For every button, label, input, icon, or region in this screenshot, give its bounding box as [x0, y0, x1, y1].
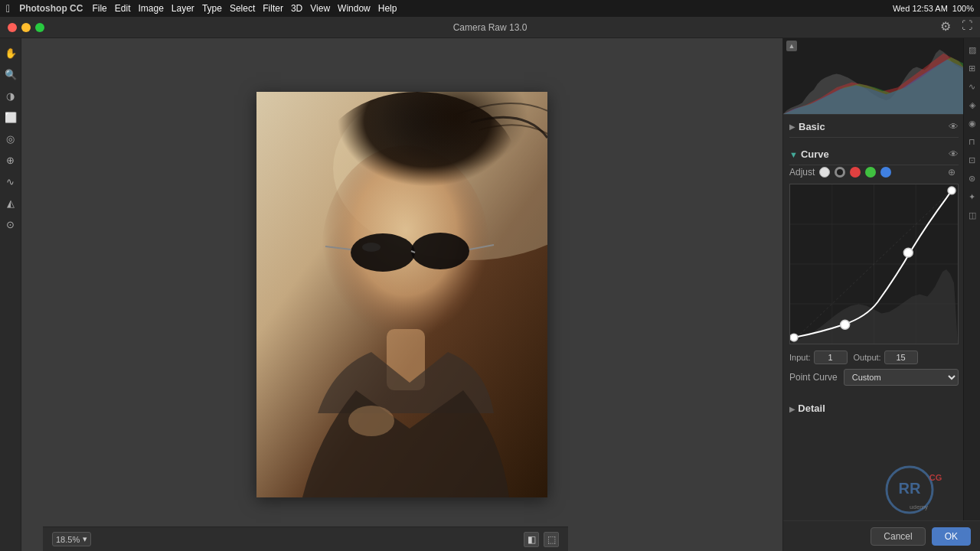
output-label: Output: [854, 353, 881, 362]
canvas-area: 18.5% ▾ ◧ ⬚ [21, 38, 782, 551]
point-curve-row: Point Curve Linear Medium Contrast Stron… [789, 369, 959, 386]
rt-detail[interactable]: ◈ [965, 98, 979, 112]
basic-section-left: ▶ Basic [789, 121, 825, 132]
curve-section-left: ▼ Curve [789, 148, 829, 160]
adjust-label: Adjust [789, 167, 815, 178]
red-channel-dot[interactable] [850, 167, 861, 178]
single-view-btn[interactable]: ◧ [524, 532, 539, 547]
basic-section-header[interactable]: ▶ Basic 👁 [789, 115, 959, 138]
zoom-tool[interactable]: 🔍 [2, 66, 19, 83]
svg-line-9 [325, 246, 351, 249]
menu-layer[interactable]: Layer [172, 3, 194, 14]
redeye-tool[interactable]: ⊕ [2, 152, 19, 168]
photo-background [256, 92, 547, 497]
detail-section-header[interactable]: ▶ Detail [789, 396, 959, 419]
rt-lens[interactable]: ⊡ [965, 153, 979, 167]
curve-graph[interactable] [789, 184, 959, 344]
svg-line-7 [411, 251, 415, 253]
menu-help[interactable]: Help [378, 3, 397, 14]
settings-icon[interactable]: ⚙ [940, 19, 951, 34]
svg-point-24 [903, 248, 913, 257]
rt-transform[interactable]: ⊛ [965, 171, 979, 185]
zoom-level: 18.5% [56, 535, 80, 544]
curve-section: ▼ Curve 👁 Adjust ⊕ [789, 138, 959, 396]
green-channel-dot[interactable] [865, 167, 876, 178]
menu-file[interactable]: File [92, 3, 106, 14]
rt-hsl[interactable]: ◉ [965, 116, 979, 130]
window-close[interactable] [8, 23, 17, 32]
left-toolbar: ✋ 🔍 ◑ ⬜ ◎ ⊕ ∿ ◭ ⊙ [0, 38, 21, 551]
white-balance-tool-dot[interactable] [819, 167, 830, 178]
svg-line-8 [469, 245, 494, 249]
rt-basic[interactable]: ⊞ [965, 61, 979, 75]
window-maximize[interactable] [35, 23, 44, 32]
menu-select[interactable]: Select [230, 3, 255, 14]
point-curve-select[interactable]: Linear Medium Contrast Strong Contrast C… [844, 369, 959, 386]
radial-filter[interactable]: ⊙ [2, 216, 19, 233]
adjust-row: Adjust ⊕ [789, 165, 959, 179]
menu-type[interactable]: Type [202, 3, 222, 14]
menu-image[interactable]: Image [138, 3, 163, 14]
input-group: Input: [789, 350, 848, 364]
menubar-right: Wed 12:53 AM 100% [893, 4, 974, 13]
menu-filter[interactable]: Filter [263, 3, 283, 14]
rt-calibrate[interactable]: ◫ [965, 208, 979, 222]
zoom-chevron: ▾ [83, 534, 87, 544]
fullscreen-icon[interactable]: ⛶ [962, 19, 972, 31]
detail-section-title: Detail [798, 403, 825, 414]
histogram-shadow-warning: ▲ [786, 41, 797, 51]
basic-eye-icon[interactable]: 👁 [949, 121, 959, 132]
ok-button[interactable]: OK [932, 527, 971, 546]
window-controls [8, 23, 44, 32]
input-value-field[interactable] [814, 350, 848, 364]
histogram-chart [783, 38, 980, 114]
title-bar: Camera Raw 13.0 ⚙ ⛶ [0, 17, 980, 38]
adjustment-brush[interactable]: ∿ [2, 173, 19, 190]
channel-auto-dot[interactable] [835, 167, 845, 178]
detail-section-left: ▶ Detail [789, 403, 825, 414]
menu-view[interactable]: View [310, 3, 330, 14]
zoom-selector[interactable]: 18.5% ▾ [52, 532, 91, 546]
white-balance-tool[interactable]: ◑ [2, 87, 19, 104]
right-panel: ▲ ▶ Basic 👁 ▼ Curve 👁 [782, 38, 980, 551]
app-body: ✋ 🔍 ◑ ⬜ ◎ ⊕ ∿ ◭ ⊙ [0, 38, 980, 551]
curve-eye-icon[interactable]: 👁 [949, 148, 959, 160]
split-view-btn[interactable]: ⬚ [544, 532, 559, 547]
gradient-filter[interactable]: ◭ [2, 194, 19, 211]
spot-removal-tool[interactable]: ◎ [2, 130, 19, 147]
targeted-adjustment-tool[interactable]: ⊕ [945, 165, 959, 179]
input-label: Input: [789, 353, 811, 362]
curve-section-header[interactable]: ▼ Curve 👁 [789, 142, 959, 165]
rt-effects[interactable]: ✦ [965, 190, 979, 204]
rt-split-toning[interactable]: ⊓ [965, 135, 979, 148]
window-title: Camera Raw 13.0 [453, 22, 528, 33]
rt-tonecurve[interactable]: ∿ [965, 80, 979, 93]
menu-window[interactable]: Window [338, 3, 371, 14]
mac-menubar:  Photoshop CC File Edit Image Layer Typ… [0, 0, 980, 17]
hand-tool[interactable]: ✋ [2, 44, 19, 61]
cancel-button[interactable]: Cancel [871, 527, 925, 546]
output-value-field[interactable] [884, 350, 918, 364]
svg-point-3 [318, 92, 517, 237]
menu-edit[interactable]: Edit [115, 3, 131, 14]
svg-point-6 [411, 233, 469, 269]
window-minimize[interactable] [21, 23, 31, 32]
basic-section-title: Basic [799, 121, 825, 132]
photo-frame [256, 92, 547, 497]
status-bar: 18.5% ▾ ◧ ⬚ [43, 527, 568, 551]
menu-3d[interactable]: 3D [291, 3, 302, 14]
panel-content: ▶ Basic 👁 ▼ Curve 👁 Adjust [783, 115, 980, 551]
detail-chevron: ▶ [789, 405, 795, 413]
menu-items: File Edit Image Layer Type Select Filter… [92, 3, 397, 14]
basic-chevron: ▶ [789, 122, 795, 131]
svg-point-10 [362, 243, 381, 252]
menu-photoshop[interactable]: Photoshop CC [19, 3, 83, 14]
svg-point-23 [841, 320, 850, 329]
blue-channel-dot[interactable] [880, 167, 891, 178]
menubar-datetime: Wed 12:53 AM [893, 4, 948, 13]
curve-section-title: Curve [801, 148, 829, 160]
crop-tool[interactable]: ⬜ [2, 109, 19, 126]
rt-histogram[interactable]: ▨ [965, 43, 979, 57]
svg-point-11 [348, 406, 394, 436]
histogram-area: ▲ [783, 38, 980, 115]
